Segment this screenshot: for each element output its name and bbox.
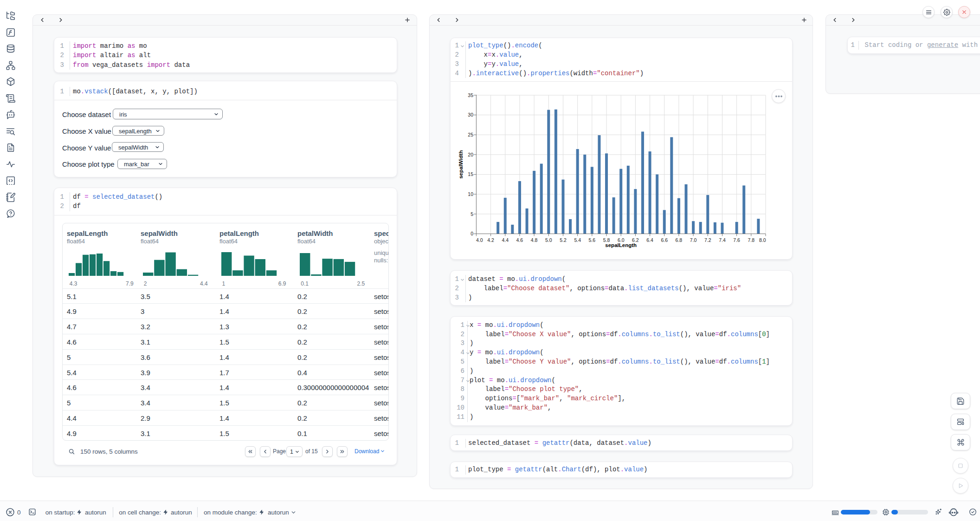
- svg-text:7.2: 7.2: [704, 237, 711, 243]
- svg-text:8.0: 8.0: [759, 237, 766, 243]
- svg-text:7.6: 7.6: [733, 237, 740, 243]
- svg-text:4.0: 4.0: [476, 237, 483, 243]
- svg-text:15: 15: [468, 171, 473, 177]
- svg-text:5: 5: [471, 211, 473, 217]
- svg-text:7.8: 7.8: [748, 237, 754, 243]
- svg-text:6.2: 6.2: [632, 237, 639, 243]
- svg-text:5.8: 5.8: [603, 237, 610, 243]
- svg-text:5.0: 5.0: [545, 237, 552, 243]
- svg-text:10: 10: [468, 191, 473, 197]
- svg-text:6.0: 6.0: [618, 237, 625, 243]
- svg-text:5.4: 5.4: [574, 237, 581, 243]
- svg-text:6.6: 6.6: [661, 237, 668, 243]
- svg-text:6.4: 6.4: [646, 237, 653, 243]
- svg-text:0: 0: [471, 231, 473, 236]
- svg-text:5.6: 5.6: [588, 237, 595, 243]
- svg-text:5.2: 5.2: [560, 237, 567, 243]
- svg-text:7.4: 7.4: [719, 237, 726, 243]
- svg-text:4.4: 4.4: [502, 237, 509, 243]
- svg-text:4.6: 4.6: [516, 237, 523, 243]
- svg-text:25: 25: [468, 132, 473, 137]
- svg-text:7.0: 7.0: [690, 237, 697, 243]
- svg-text:4.8: 4.8: [531, 237, 538, 243]
- svg-text:6.8: 6.8: [676, 237, 683, 243]
- svg-text:sepalLength: sepalLength: [605, 242, 637, 248]
- svg-text:30: 30: [468, 112, 473, 117]
- svg-text:20: 20: [468, 152, 473, 157]
- svg-text:sepalWidth: sepalWidth: [458, 150, 464, 179]
- svg-text:35: 35: [468, 92, 473, 98]
- svg-text:4.2: 4.2: [487, 237, 494, 243]
